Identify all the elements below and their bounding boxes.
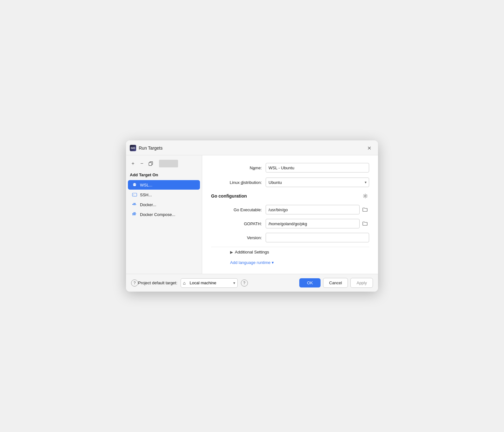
svg-rect-12 bbox=[135, 203, 136, 204]
linux-dist-select-wrapper: Ubuntu Debian Fedora ▾ bbox=[266, 178, 369, 187]
chevron-right-icon: ▶ bbox=[230, 250, 233, 254]
title-bar-left: GO Run Targets bbox=[130, 145, 162, 151]
sidebar-item-docker-compose[interactable]: Docker Compose... bbox=[128, 210, 200, 219]
title-bar: GO Run Targets ✕ bbox=[126, 140, 378, 155]
version-input-wrapper bbox=[266, 233, 369, 242]
sidebar-item-docker-label: Docker... bbox=[140, 202, 156, 207]
app-icon: GO bbox=[130, 145, 136, 151]
docker-compose-icon bbox=[132, 212, 137, 217]
svg-point-4 bbox=[134, 184, 134, 185]
close-button[interactable]: ✕ bbox=[365, 144, 373, 152]
run-targets-dialog: GO Run Targets ✕ + − Add Target On bbox=[126, 140, 378, 292]
add-language-runtime-link[interactable]: Add language runtime ▾ bbox=[230, 260, 274, 265]
project-default-select-wrapper: ⌂ Local machine WSL - Ubuntu ▾ bbox=[181, 278, 238, 288]
svg-rect-11 bbox=[135, 204, 136, 205]
project-default-label: Project default target: bbox=[138, 280, 177, 285]
cancel-button[interactable]: Cancel bbox=[323, 278, 348, 288]
version-label: Version: bbox=[217, 235, 262, 240]
name-label: Name: bbox=[211, 165, 262, 170]
svg-rect-9 bbox=[134, 204, 135, 205]
additional-settings-label: Additional Settings bbox=[235, 250, 269, 254]
additional-settings-row[interactable]: ▶ Additional Settings bbox=[211, 247, 369, 257]
sidebar-item-ssh-label: SSH... bbox=[140, 192, 152, 197]
help-icon[interactable]: ? bbox=[131, 280, 138, 287]
add-language-chevron-icon: ▾ bbox=[272, 260, 274, 265]
svg-rect-16 bbox=[135, 213, 136, 214]
gopath-label: GOPATH: bbox=[217, 221, 262, 226]
name-input[interactable] bbox=[266, 163, 369, 172]
go-executable-input[interactable] bbox=[266, 205, 360, 214]
project-default-help-icon[interactable]: ? bbox=[241, 280, 248, 287]
add-language-runtime-text: Add language runtime bbox=[230, 260, 270, 265]
gear-icon[interactable] bbox=[361, 192, 369, 200]
svg-rect-20 bbox=[135, 214, 136, 215]
sidebar-item-docker[interactable]: Docker... bbox=[128, 200, 200, 209]
svg-rect-1 bbox=[149, 163, 152, 165]
gopath-folder-button[interactable] bbox=[361, 219, 369, 228]
go-config-section-header: Go configuration bbox=[211, 192, 369, 200]
go-executable-input-wrapper bbox=[266, 205, 369, 214]
gopath-input-wrapper bbox=[266, 219, 369, 228]
project-default-section: Project default target: ⌂ Local machine … bbox=[138, 278, 248, 288]
apply-button[interactable]: Apply bbox=[350, 278, 373, 288]
add-target-button[interactable]: + bbox=[129, 160, 137, 167]
svg-point-5 bbox=[135, 184, 136, 185]
sidebar-item-ssh[interactable]: >_ SSH... bbox=[128, 190, 200, 199]
svg-rect-15 bbox=[134, 212, 135, 213]
bottom-left: ? bbox=[131, 280, 138, 287]
svg-rect-18 bbox=[132, 214, 133, 215]
svg-rect-10 bbox=[134, 203, 135, 204]
project-default-select[interactable]: Local machine WSL - Ubuntu bbox=[181, 278, 238, 288]
svg-point-21 bbox=[365, 195, 366, 197]
svg-text:>_: >_ bbox=[133, 194, 136, 196]
bottom-bar: ? Project default target: ⌂ Local machin… bbox=[126, 274, 378, 292]
sidebar-toolbar: + − bbox=[126, 159, 202, 171]
sidebar-item-wsl[interactable]: WSL... bbox=[128, 180, 200, 190]
svg-rect-19 bbox=[134, 214, 135, 215]
go-executable-row: Go Executable: bbox=[211, 205, 369, 214]
sidebar-item-docker-compose-label: Docker Compose... bbox=[140, 212, 175, 217]
remove-target-button[interactable]: − bbox=[138, 160, 146, 167]
docker-icon bbox=[132, 202, 137, 207]
linux-dist-label: Linux distribution: bbox=[211, 180, 262, 185]
wsl-icon bbox=[132, 182, 137, 188]
copy-target-button[interactable] bbox=[147, 160, 155, 167]
dialog-title: Run Targets bbox=[139, 145, 162, 151]
ssh-icon: >_ bbox=[132, 192, 137, 198]
linux-dist-row: Linux distribution: Ubuntu Debian Fedora… bbox=[211, 178, 369, 187]
go-executable-label: Go Executable: bbox=[217, 207, 262, 212]
svg-rect-14 bbox=[134, 213, 135, 214]
go-executable-folder-button[interactable] bbox=[361, 206, 369, 214]
gopath-row: GOPATH: bbox=[211, 219, 369, 228]
bottom-right-buttons: OK Cancel Apply bbox=[299, 278, 373, 288]
linux-dist-select[interactable]: Ubuntu Debian Fedora bbox=[266, 178, 369, 187]
svg-rect-17 bbox=[135, 212, 136, 213]
ok-button[interactable]: OK bbox=[299, 278, 321, 287]
gopath-input[interactable] bbox=[266, 219, 360, 228]
name-row: Name: bbox=[211, 163, 369, 172]
dialog-body: + − Add Target On bbox=[126, 155, 378, 274]
version-input[interactable] bbox=[266, 233, 369, 242]
go-config-title: Go configuration bbox=[211, 193, 247, 199]
content-panel: Name: Linux distribution: Ubuntu Debian … bbox=[202, 155, 378, 274]
version-row: Version: bbox=[211, 233, 369, 242]
sidebar-item-wsl-label: WSL... bbox=[140, 183, 152, 187]
scrollbar-area bbox=[159, 160, 178, 167]
add-language-row: Add language runtime ▾ bbox=[211, 257, 369, 266]
sidebar: + − Add Target On bbox=[126, 155, 202, 274]
sidebar-section-label: Add Target On bbox=[126, 171, 202, 180]
